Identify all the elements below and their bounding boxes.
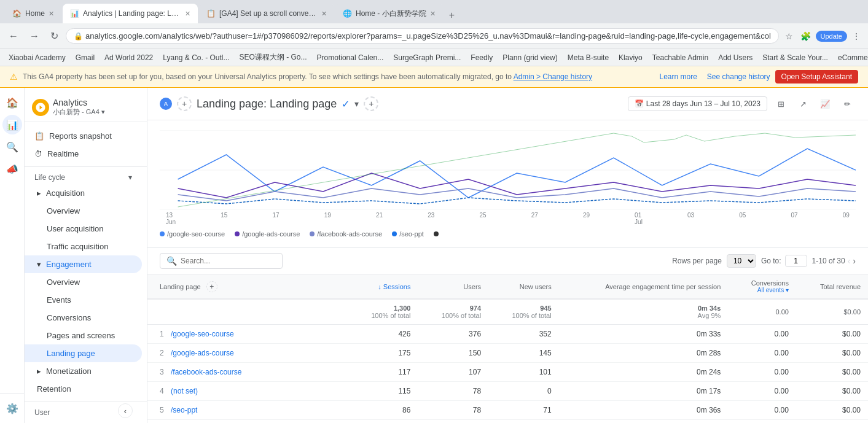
landing-page-link[interactable]: /google-ads-course	[171, 349, 234, 357]
nav-lifecycle-section[interactable]: Life cycle ▾	[25, 171, 142, 184]
nav-retention[interactable]: Retention	[25, 380, 142, 398]
nav-acquisition[interactable]: ▸ Acquisition	[25, 184, 142, 202]
page-navigation: 1-10 of 30 ‹ ›	[812, 256, 856, 266]
cell-new-users: 145	[488, 344, 559, 363]
nav-user-acquisition[interactable]: User acquisition	[25, 220, 142, 238]
cell-conversions: 0.00	[728, 401, 796, 420]
bookmark-adworld[interactable]: Ad World 2022	[101, 52, 157, 63]
table-search-input[interactable]	[181, 257, 276, 265]
explore-nav-icon[interactable]: 🔍	[2, 137, 22, 157]
admin-icon[interactable]: ⚙️	[2, 398, 22, 418]
extensions-icon[interactable]: 🧩	[798, 29, 813, 44]
tab-ga4-close[interactable]: ✕	[321, 10, 327, 18]
advertising-nav-icon[interactable]: 📣	[2, 159, 22, 179]
change-history-link[interactable]: Admin > Change history	[514, 72, 592, 81]
landing-page-link[interactable]: /facebook-ads-course	[171, 368, 241, 376]
edit-btn[interactable]: ✏	[839, 95, 856, 112]
table-search-box[interactable]: 🔍	[160, 253, 283, 269]
add-report-btn[interactable]: +	[364, 96, 378, 111]
bookmark-surge[interactable]: SurgeGraph Premi...	[389, 52, 464, 63]
col-header-sessions[interactable]: ↓ Sessions	[348, 274, 418, 299]
cell-users: 78	[418, 382, 488, 401]
nav-divider-1	[25, 166, 147, 167]
bookmark-teachable[interactable]: Teachable Admin	[649, 52, 712, 63]
nav-realtime[interactable]: ⏱ Realtime	[25, 145, 142, 163]
bookmark-addusers[interactable]: Add Users	[714, 52, 756, 63]
see-change-history-btn[interactable]: See change history	[707, 72, 770, 81]
bookmark-lyang[interactable]: Lyang & Co. - Outl...	[159, 52, 233, 63]
next-page-btn[interactable]: ›	[853, 256, 856, 266]
landing-page-link[interactable]: (not set)	[171, 387, 198, 395]
nav-user-attributes[interactable]: ▸ User Attributes	[25, 419, 142, 423]
add-dimension-btn[interactable]: +	[206, 281, 217, 292]
home-nav-icon[interactable]: 🏠	[2, 93, 22, 112]
tab-analytics-close[interactable]: ✕	[185, 10, 190, 18]
learn-more-btn[interactable]: Learn more	[659, 72, 697, 81]
open-setup-assistant-btn[interactable]: Open Setup Assistant	[775, 70, 858, 83]
date-range-selector[interactable]: 📅 Last 28 days Jun 13 – Jul 10, 2023	[628, 96, 767, 111]
bookmark-icon[interactable]: ☆	[783, 29, 796, 44]
prev-page-btn[interactable]: ‹	[848, 256, 851, 266]
cell-conversions: 0.00	[728, 420, 796, 424]
bookmark-ecommerce[interactable]: eCommerce Case...	[834, 52, 868, 63]
tab-analytics[interactable]: 📊 Analytics | Landing page: Landi... ✕	[63, 4, 198, 23]
new-tab-button[interactable]: +	[444, 7, 459, 23]
nav-traffic-acquisition[interactable]: Traffic acquisition	[25, 238, 142, 255]
rows-per-page-label: Rows per page	[672, 257, 722, 265]
address-input[interactable]	[85, 31, 771, 41]
property-selector[interactable]: 小白新势 - GA4 ▾	[53, 107, 105, 117]
cell-sessions: 175	[348, 344, 418, 363]
nav-pages-screens[interactable]: Pages and screens	[25, 327, 142, 344]
nav-acquisition-overview[interactable]: Overview	[25, 202, 142, 220]
bookmark-plann[interactable]: Plann (grid view)	[499, 52, 561, 63]
insights-btn[interactable]: 📈	[816, 95, 834, 112]
report-settings-btn[interactable]: ▾	[354, 99, 359, 109]
nav-engagement[interactable]: ▾ Engagement	[25, 255, 142, 273]
bookmark-klaviyo[interactable]: Klaviyo	[615, 52, 646, 63]
nav-landing-page[interactable]: Landing page	[25, 344, 142, 362]
tab-favicon: 🏠	[12, 9, 22, 18]
nav-events[interactable]: Events	[25, 291, 142, 309]
goto-page-input[interactable]	[785, 255, 807, 267]
nav-conversions[interactable]: Conversions	[25, 309, 142, 327]
tab-ga4-setup[interactable]: 📋 [GA4] Set up a scroll convers... ✕	[199, 4, 334, 23]
add-comparison-button[interactable]: +	[177, 96, 192, 111]
back-button[interactable]: ←	[5, 28, 22, 44]
landing-page-link[interactable]: /google-seo-course	[171, 330, 234, 338]
conversions-events-selector[interactable]: All events ▾	[757, 287, 789, 293]
table-row: 4 (not set) 115 78 0 0m 17s 0.00 $0.00	[147, 382, 868, 401]
cell-avg-engagement: 0m 36s	[559, 401, 729, 420]
bookmark-xiaobai[interactable]: Xiaobai Academy	[5, 52, 69, 63]
nav-engagement-overview[interactable]: Overview	[25, 273, 142, 291]
legend-google-ads: /google-ads-course	[235, 230, 300, 238]
ga-logo	[32, 99, 49, 116]
cell-avg-engagement: 0m 17s	[559, 382, 729, 401]
more-options-icon[interactable]: ⋮	[850, 29, 863, 44]
bookmark-promo[interactable]: Promotional Calen...	[313, 52, 388, 63]
reports-nav-icon[interactable]: 📊	[2, 115, 22, 134]
landing-page-link[interactable]: /seo-ppt	[171, 406, 197, 414]
tab-xiaobai[interactable]: 🌐 Home - 小白新势学院 ✕	[335, 4, 443, 23]
bookmark-meta[interactable]: Meta B-suite	[564, 52, 612, 63]
sidebar-collapse-btn[interactable]: ‹	[118, 403, 133, 418]
tab-xiaobai-close[interactable]: ✕	[430, 10, 436, 18]
refresh-button[interactable]: ↻	[47, 28, 62, 44]
tab-close-btn[interactable]: ✕	[49, 10, 54, 18]
calendar-icon: 📅	[635, 99, 644, 108]
cell-revenue: $0.00	[796, 325, 868, 344]
bookmark-start-scale[interactable]: Start & Scale Your...	[759, 52, 832, 63]
nav-monetization[interactable]: ▸ Monetization	[25, 362, 142, 380]
compare-btn[interactable]: ⊞	[772, 95, 789, 112]
legend-facebook-ads: /facebook-ads-course	[310, 230, 382, 238]
bookmark-gmail[interactable]: Gmail	[72, 52, 98, 63]
rows-per-page-select[interactable]: 10 25 50	[727, 254, 756, 268]
bookmark-feedly[interactable]: Feedly	[467, 52, 496, 63]
update-button[interactable]: Update	[816, 31, 847, 42]
cell-users: 107	[418, 363, 488, 382]
tab-home[interactable]: 🏠 Home ✕	[5, 4, 61, 23]
nav-reports-snapshot[interactable]: 📋 Reports snapshot	[25, 127, 142, 145]
address-bar[interactable]: 🔒	[66, 28, 779, 44]
forward-button[interactable]: →	[26, 28, 43, 44]
share-btn[interactable]: ↗	[794, 95, 811, 112]
bookmark-seo[interactable]: SEO课程大纲 - Go...	[236, 51, 311, 64]
